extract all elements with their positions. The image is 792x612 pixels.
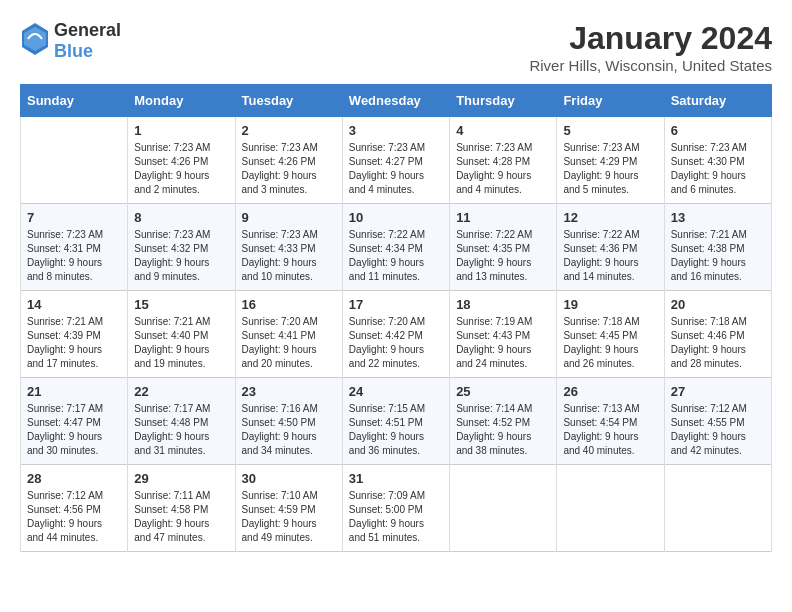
cell-details: Sunrise: 7:21 AMSunset: 4:39 PMDaylight:… bbox=[27, 315, 121, 371]
calendar-week-row: 1 Sunrise: 7:23 AMSunset: 4:26 PMDayligh… bbox=[21, 117, 772, 204]
cell-details: Sunrise: 7:18 AMSunset: 4:45 PMDaylight:… bbox=[563, 315, 657, 371]
day-header-saturday: Saturday bbox=[664, 85, 771, 117]
calendar-cell: 24 Sunrise: 7:15 AMSunset: 4:51 PMDaylig… bbox=[342, 378, 449, 465]
calendar-cell bbox=[450, 465, 557, 552]
calendar-cell: 12 Sunrise: 7:22 AMSunset: 4:36 PMDaylig… bbox=[557, 204, 664, 291]
calendar-cell: 13 Sunrise: 7:21 AMSunset: 4:38 PMDaylig… bbox=[664, 204, 771, 291]
day-number: 22 bbox=[134, 384, 228, 399]
cell-details: Sunrise: 7:23 AMSunset: 4:27 PMDaylight:… bbox=[349, 141, 443, 197]
day-number: 16 bbox=[242, 297, 336, 312]
cell-details: Sunrise: 7:12 AMSunset: 4:55 PMDaylight:… bbox=[671, 402, 765, 458]
day-number: 13 bbox=[671, 210, 765, 225]
day-number: 12 bbox=[563, 210, 657, 225]
cell-details: Sunrise: 7:23 AMSunset: 4:33 PMDaylight:… bbox=[242, 228, 336, 284]
cell-details: Sunrise: 7:19 AMSunset: 4:43 PMDaylight:… bbox=[456, 315, 550, 371]
calendar-cell: 29 Sunrise: 7:11 AMSunset: 4:58 PMDaylig… bbox=[128, 465, 235, 552]
cell-details: Sunrise: 7:23 AMSunset: 4:28 PMDaylight:… bbox=[456, 141, 550, 197]
day-header-thursday: Thursday bbox=[450, 85, 557, 117]
logo-icon bbox=[20, 21, 50, 61]
cell-details: Sunrise: 7:23 AMSunset: 4:26 PMDaylight:… bbox=[242, 141, 336, 197]
day-number: 17 bbox=[349, 297, 443, 312]
day-number: 14 bbox=[27, 297, 121, 312]
day-number: 23 bbox=[242, 384, 336, 399]
calendar-cell: 1 Sunrise: 7:23 AMSunset: 4:26 PMDayligh… bbox=[128, 117, 235, 204]
day-number: 6 bbox=[671, 123, 765, 138]
calendar-week-row: 21 Sunrise: 7:17 AMSunset: 4:47 PMDaylig… bbox=[21, 378, 772, 465]
page-header: General Blue January 2024 River Hills, W… bbox=[20, 20, 772, 74]
day-number: 4 bbox=[456, 123, 550, 138]
calendar-cell: 19 Sunrise: 7:18 AMSunset: 4:45 PMDaylig… bbox=[557, 291, 664, 378]
day-number: 18 bbox=[456, 297, 550, 312]
cell-details: Sunrise: 7:17 AMSunset: 4:48 PMDaylight:… bbox=[134, 402, 228, 458]
calendar-cell: 5 Sunrise: 7:23 AMSunset: 4:29 PMDayligh… bbox=[557, 117, 664, 204]
calendar-cell: 26 Sunrise: 7:13 AMSunset: 4:54 PMDaylig… bbox=[557, 378, 664, 465]
day-number: 28 bbox=[27, 471, 121, 486]
logo-text: General Blue bbox=[54, 20, 121, 62]
day-header-monday: Monday bbox=[128, 85, 235, 117]
calendar-week-row: 7 Sunrise: 7:23 AMSunset: 4:31 PMDayligh… bbox=[21, 204, 772, 291]
day-number: 8 bbox=[134, 210, 228, 225]
calendar-cell: 22 Sunrise: 7:17 AMSunset: 4:48 PMDaylig… bbox=[128, 378, 235, 465]
day-number: 19 bbox=[563, 297, 657, 312]
calendar-week-row: 14 Sunrise: 7:21 AMSunset: 4:39 PMDaylig… bbox=[21, 291, 772, 378]
cell-details: Sunrise: 7:14 AMSunset: 4:52 PMDaylight:… bbox=[456, 402, 550, 458]
day-header-sunday: Sunday bbox=[21, 85, 128, 117]
cell-details: Sunrise: 7:22 AMSunset: 4:36 PMDaylight:… bbox=[563, 228, 657, 284]
day-number: 3 bbox=[349, 123, 443, 138]
calendar-cell: 25 Sunrise: 7:14 AMSunset: 4:52 PMDaylig… bbox=[450, 378, 557, 465]
day-number: 21 bbox=[27, 384, 121, 399]
calendar-cell bbox=[557, 465, 664, 552]
calendar-cell: 23 Sunrise: 7:16 AMSunset: 4:50 PMDaylig… bbox=[235, 378, 342, 465]
calendar-cell: 2 Sunrise: 7:23 AMSunset: 4:26 PMDayligh… bbox=[235, 117, 342, 204]
calendar-cell: 28 Sunrise: 7:12 AMSunset: 4:56 PMDaylig… bbox=[21, 465, 128, 552]
day-header-wednesday: Wednesday bbox=[342, 85, 449, 117]
cell-details: Sunrise: 7:20 AMSunset: 4:41 PMDaylight:… bbox=[242, 315, 336, 371]
day-number: 9 bbox=[242, 210, 336, 225]
logo-blue: Blue bbox=[54, 41, 93, 61]
day-number: 25 bbox=[456, 384, 550, 399]
cell-details: Sunrise: 7:17 AMSunset: 4:47 PMDaylight:… bbox=[27, 402, 121, 458]
cell-details: Sunrise: 7:23 AMSunset: 4:29 PMDaylight:… bbox=[563, 141, 657, 197]
calendar-cell: 6 Sunrise: 7:23 AMSunset: 4:30 PMDayligh… bbox=[664, 117, 771, 204]
cell-details: Sunrise: 7:23 AMSunset: 4:32 PMDaylight:… bbox=[134, 228, 228, 284]
calendar-cell: 8 Sunrise: 7:23 AMSunset: 4:32 PMDayligh… bbox=[128, 204, 235, 291]
day-number: 7 bbox=[27, 210, 121, 225]
calendar-cell: 14 Sunrise: 7:21 AMSunset: 4:39 PMDaylig… bbox=[21, 291, 128, 378]
cell-details: Sunrise: 7:23 AMSunset: 4:30 PMDaylight:… bbox=[671, 141, 765, 197]
day-number: 30 bbox=[242, 471, 336, 486]
day-number: 2 bbox=[242, 123, 336, 138]
calendar-cell: 16 Sunrise: 7:20 AMSunset: 4:41 PMDaylig… bbox=[235, 291, 342, 378]
day-number: 10 bbox=[349, 210, 443, 225]
title-block: January 2024 River Hills, Wisconsin, Uni… bbox=[529, 20, 772, 74]
calendar-cell: 30 Sunrise: 7:10 AMSunset: 4:59 PMDaylig… bbox=[235, 465, 342, 552]
calendar-cell: 9 Sunrise: 7:23 AMSunset: 4:33 PMDayligh… bbox=[235, 204, 342, 291]
calendar-cell: 18 Sunrise: 7:19 AMSunset: 4:43 PMDaylig… bbox=[450, 291, 557, 378]
month-year-title: January 2024 bbox=[529, 20, 772, 57]
logo-general: General bbox=[54, 20, 121, 40]
calendar-cell: 20 Sunrise: 7:18 AMSunset: 4:46 PMDaylig… bbox=[664, 291, 771, 378]
cell-details: Sunrise: 7:12 AMSunset: 4:56 PMDaylight:… bbox=[27, 489, 121, 545]
calendar-cell: 11 Sunrise: 7:22 AMSunset: 4:35 PMDaylig… bbox=[450, 204, 557, 291]
cell-details: Sunrise: 7:10 AMSunset: 4:59 PMDaylight:… bbox=[242, 489, 336, 545]
cell-details: Sunrise: 7:09 AMSunset: 5:00 PMDaylight:… bbox=[349, 489, 443, 545]
day-header-tuesday: Tuesday bbox=[235, 85, 342, 117]
calendar-header-row: SundayMondayTuesdayWednesdayThursdayFrid… bbox=[21, 85, 772, 117]
day-number: 26 bbox=[563, 384, 657, 399]
day-number: 5 bbox=[563, 123, 657, 138]
cell-details: Sunrise: 7:22 AMSunset: 4:34 PMDaylight:… bbox=[349, 228, 443, 284]
day-number: 27 bbox=[671, 384, 765, 399]
calendar-cell bbox=[21, 117, 128, 204]
cell-details: Sunrise: 7:23 AMSunset: 4:26 PMDaylight:… bbox=[134, 141, 228, 197]
day-number: 1 bbox=[134, 123, 228, 138]
calendar-cell: 31 Sunrise: 7:09 AMSunset: 5:00 PMDaylig… bbox=[342, 465, 449, 552]
cell-details: Sunrise: 7:13 AMSunset: 4:54 PMDaylight:… bbox=[563, 402, 657, 458]
day-number: 20 bbox=[671, 297, 765, 312]
cell-details: Sunrise: 7:21 AMSunset: 4:38 PMDaylight:… bbox=[671, 228, 765, 284]
cell-details: Sunrise: 7:15 AMSunset: 4:51 PMDaylight:… bbox=[349, 402, 443, 458]
cell-details: Sunrise: 7:21 AMSunset: 4:40 PMDaylight:… bbox=[134, 315, 228, 371]
calendar-cell: 3 Sunrise: 7:23 AMSunset: 4:27 PMDayligh… bbox=[342, 117, 449, 204]
day-number: 29 bbox=[134, 471, 228, 486]
calendar-cell: 17 Sunrise: 7:20 AMSunset: 4:42 PMDaylig… bbox=[342, 291, 449, 378]
location-subtitle: River Hills, Wisconsin, United States bbox=[529, 57, 772, 74]
cell-details: Sunrise: 7:23 AMSunset: 4:31 PMDaylight:… bbox=[27, 228, 121, 284]
